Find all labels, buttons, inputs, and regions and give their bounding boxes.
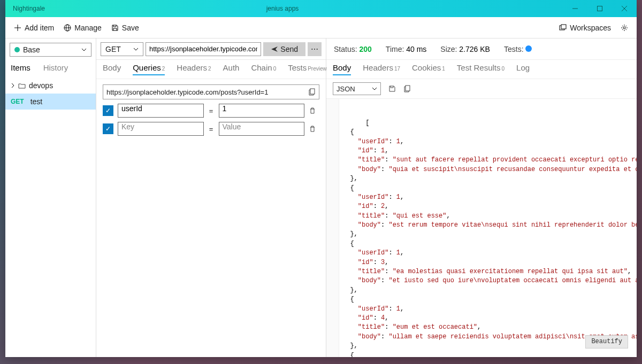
response-toolbar: JSON [326,79,637,99]
tab-tests[interactable]: Tests Preview [288,63,327,75]
svg-rect-10 [561,25,566,29]
environment-select[interactable]: Base [10,43,91,57]
param-key-input[interactable] [118,104,204,118]
window-controls [563,0,637,17]
manage-label: Manage [74,24,102,32]
request-method-badge: GET [11,98,24,105]
workspaces-icon [559,24,567,32]
env-label: Base [23,45,81,54]
format-select[interactable]: JSON [333,82,381,95]
trash-icon [309,125,316,133]
equals-label: = [208,125,215,133]
size-value: 2.726 KB [459,45,490,53]
method-label: GET [105,45,133,53]
save-icon [111,24,119,32]
tests-label: Tests: [504,45,524,53]
trash-icon [309,107,316,114]
tab-resp-headers[interactable]: Headers 17 [363,63,400,74]
copy-icon[interactable] [308,88,316,96]
svg-rect-12 [310,89,315,94]
titlebar[interactable]: Nightingale jenius apps [5,0,637,17]
maximize-button[interactable] [587,0,612,17]
save-label: Save [122,24,139,32]
delete-param-button[interactable] [309,107,319,114]
save-button[interactable]: Save [111,24,139,32]
main-toolbar: Add item Manage Save Workspaces [5,17,637,38]
app-window: Nightingale jenius apps Add item Manage … [5,0,637,357]
add-item-label: Add item [25,24,54,32]
tests-indicator-icon [525,45,532,52]
method-select[interactable]: GET [101,42,143,56]
app-subtitle: jenius apps [2,5,563,12]
send-button[interactable]: Send [263,42,305,56]
time-label: Time: [386,45,404,53]
send-icon [271,46,278,52]
url-input[interactable] [146,42,261,56]
tab-resp-log[interactable]: Log [516,63,530,74]
tab-items[interactable]: Items [11,63,30,72]
workspaces-button[interactable]: Workspaces [559,24,611,32]
size-label: Size: [440,45,457,53]
request-tabs: Body Queries 2 Headers 2 Auth Chain 0 Te… [96,60,326,79]
send-label: Send [280,45,298,53]
chevron-down-icon [81,47,87,52]
status-label: Status: [334,45,357,53]
tab-auth[interactable]: Auth [223,63,240,75]
status-value: 200 [359,45,371,53]
check-icon: ✓ [105,107,111,114]
param-checkbox[interactable]: ✓ [103,123,113,134]
folder-icon [18,82,26,89]
tab-body[interactable]: Body [103,63,121,75]
tab-queries[interactable]: Queries 2 [133,63,165,75]
tab-history[interactable]: History [43,63,68,72]
chevron-down-icon [372,86,377,91]
more-button[interactable]: ⋯ [308,42,322,56]
editor-gutter [326,99,339,357]
manage-button[interactable]: Manage [64,24,102,32]
param-row-empty: ✓ = [103,122,319,136]
query-editor: https://jsonplaceholder.typicode.com/pos… [96,79,326,141]
svg-rect-1 [598,6,602,11]
time-value: 40 ms [406,45,426,53]
main-area: Base Items History devops GET test [5,38,637,357]
status-bar: Status: 200 Time: 40 ms Size: 2.726 KB T… [326,38,637,60]
gear-icon [621,24,628,32]
param-value-input[interactable] [219,104,305,118]
equals-label: = [208,107,215,115]
format-label: JSON [337,85,372,93]
beautify-button[interactable]: Beautify [585,335,628,348]
check-icon: ✓ [105,126,111,132]
add-item-button[interactable]: Add item [14,24,54,32]
copy-response-icon[interactable] [403,85,411,92]
tab-chain[interactable]: Chain 0 [251,63,276,75]
delete-param-button[interactable] [309,125,319,133]
request-pane: GET Send ⋯ Body Queries 2 Headers 2 Au [96,38,326,357]
workspaces-label: Workspaces [570,24,611,32]
tab-resp-results[interactable]: Test Results 0 [457,63,505,74]
sidebar: Base Items History devops GET test [5,38,96,357]
chevron-down-icon [133,47,139,52]
param-value-input[interactable] [219,122,305,136]
settings-button[interactable] [621,24,628,32]
tab-headers[interactable]: Headers 2 [177,63,211,75]
param-key-input[interactable] [118,122,204,136]
tab-resp-cookies[interactable]: Cookies 1 [412,63,445,74]
request-name-label: test [30,97,43,106]
globe-icon [64,24,71,32]
full-url-display: https://jsonplaceholder.typicode.com/pos… [103,84,319,99]
close-button[interactable] [612,0,637,17]
env-indicator-icon [14,47,20,52]
param-checkbox[interactable]: ✓ [103,105,113,116]
minimize-button[interactable] [563,0,587,17]
svg-point-11 [623,27,625,29]
plus-icon [14,24,21,32]
tree-folder[interactable]: devops [5,78,96,94]
url-field[interactable] [149,45,257,53]
param-row: ✓ = [103,104,319,118]
ellipsis-icon: ⋯ [311,45,318,53]
response-body[interactable]: [ { "userId": 1, "id": 1, "title": "sunt… [326,99,637,357]
tab-resp-body[interactable]: Body [333,63,351,75]
tree-request[interactable]: GET test [5,94,96,110]
response-pane: Status: 200 Time: 40 ms Size: 2.726 KB T… [326,38,637,357]
save-response-icon[interactable] [388,85,396,92]
